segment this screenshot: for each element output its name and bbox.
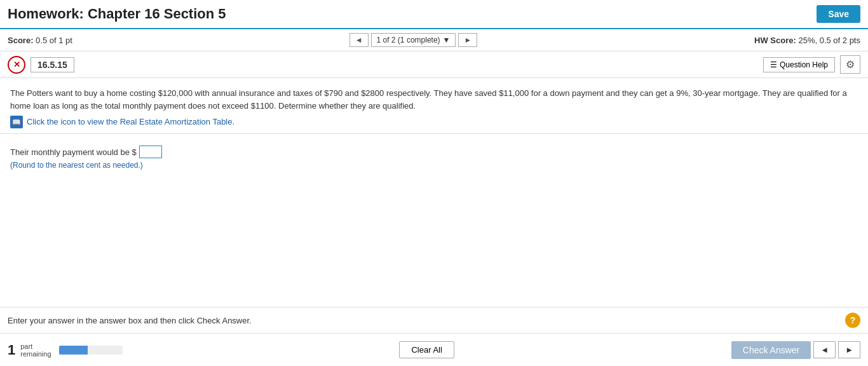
- part-number: 1: [8, 342, 15, 358]
- bottom-nav-prev-button[interactable]: ◄: [813, 341, 836, 358]
- score-left: Score: 0.5 of 1 pt: [8, 36, 72, 45]
- help-button[interactable]: ?: [845, 313, 860, 328]
- hw-score-value: 25%, 0.5 of 2 pts: [798, 36, 860, 45]
- part-label: part: [20, 342, 51, 350]
- part-label-wrap: part remaining: [20, 342, 51, 358]
- bottom-nav-next-button[interactable]: ►: [838, 341, 860, 358]
- question-help-button[interactable]: ☰ Question Help: [763, 57, 835, 72]
- clear-all-button[interactable]: Clear All: [399, 341, 454, 358]
- click-icon-row: 📖 Click the icon to view the Real Estate…: [10, 116, 858, 128]
- round-note: (Round to the nearest cent as needed.): [10, 161, 858, 170]
- check-answer-button[interactable]: Check Answer: [731, 341, 811, 359]
- nav-text: 1 of 2 (1 complete): [377, 36, 440, 44]
- hw-score-right: HW Score: 25%, 0.5 of 2 pts: [754, 36, 860, 45]
- nav-next-button[interactable]: ►: [458, 33, 477, 47]
- amortization-link[interactable]: Click the icon to view the Real Estate A…: [27, 116, 234, 128]
- hw-score-label: HW Score:: [754, 36, 796, 45]
- score-value: 0.5 of 1 pt: [36, 36, 72, 45]
- question-id-wrap: 16.5.15: [8, 56, 74, 74]
- question-help-label: Question Help: [780, 60, 828, 69]
- footer-instruction: Enter your answer in the answer box and …: [0, 307, 868, 333]
- instruction-text: Enter your answer in the answer box and …: [8, 316, 252, 325]
- score-row: Score: 0.5 of 1 pt ◄ 1 of 2 (1 complete)…: [0, 29, 868, 51]
- page-title: Homework: Chapter 16 Section 5: [8, 6, 226, 22]
- answer-prefix: Their monthly payment would be $: [10, 147, 137, 157]
- remaining-label: remaining: [20, 350, 51, 358]
- progress-bar-fill: [59, 346, 88, 355]
- score-label: Score:: [8, 36, 33, 45]
- bottom-center: Clear All: [123, 341, 731, 358]
- answer-line: Their monthly payment would be $: [10, 146, 858, 158]
- settings-button[interactable]: ⚙: [840, 55, 860, 74]
- question-header: 16.5.15 ☰ Question Help ⚙: [0, 51, 868, 78]
- save-button[interactable]: Save: [817, 5, 860, 23]
- list-icon: ☰: [770, 60, 777, 69]
- question-status-icon: [8, 56, 25, 74]
- answer-area: Their monthly payment would be $ (Round …: [0, 134, 868, 287]
- dropdown-arrow-icon: ▼: [443, 36, 451, 44]
- book-icon[interactable]: 📖: [10, 116, 23, 128]
- bottom-right: Check Answer ◄ ►: [731, 341, 860, 359]
- question-body: The Potters want to buy a home costing $…: [0, 78, 868, 134]
- question-text: The Potters want to buy a home costing $…: [10, 87, 858, 112]
- nav-prev-button[interactable]: ◄: [349, 33, 369, 47]
- nav-dropdown[interactable]: 1 of 2 (1 complete) ▼: [371, 33, 456, 47]
- nav-controls: ◄ 1 of 2 (1 complete) ▼ ►: [349, 33, 478, 47]
- question-tools: ☰ Question Help ⚙: [763, 55, 860, 74]
- progress-bar: [59, 346, 123, 355]
- header: Homework: Chapter 16 Section 5 Save: [0, 0, 868, 29]
- answer-input[interactable]: [139, 146, 162, 158]
- question-id: 16.5.15: [31, 57, 74, 72]
- bottom-bar: 1 part remaining Clear All Check Answer …: [0, 333, 868, 366]
- part-info: 1 part remaining: [8, 342, 123, 358]
